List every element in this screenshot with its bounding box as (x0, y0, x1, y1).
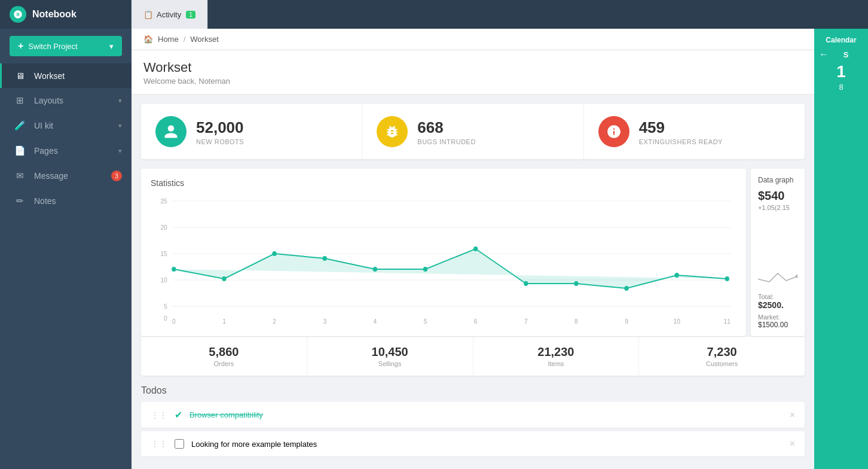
stat-label-bugs: BUGS INTRUDED (417, 138, 476, 145)
sellings-label: Sellings (317, 360, 463, 367)
svg-text:10: 10 (160, 276, 167, 284)
main-layout: + Switch Project ▾ 🖥 Workset ⊞ Layouts ▾… (0, 29, 868, 469)
svg-text:4: 4 (374, 318, 377, 325)
breadcrumb-current: Workset (190, 35, 218, 44)
statistics-section: Statistics 25 20 15 10 5 (141, 169, 805, 336)
customers-label: Customers (649, 360, 795, 367)
svg-point-36 (796, 275, 797, 278)
robots-icon (155, 116, 187, 147)
items-value: 21,230 (483, 345, 629, 359)
svg-text:6: 6 (474, 318, 478, 325)
tab-activity-label: Activity (157, 10, 181, 19)
drag-handle-icon[interactable]: ⋮⋮ (151, 410, 167, 420)
calendar-date: 1 (836, 62, 846, 81)
layouts-arrow-icon: ▾ (118, 97, 122, 105)
svg-text:1: 1 (222, 318, 226, 325)
uikit-arrow-icon: ▾ (118, 122, 122, 130)
page-title: Workset (143, 60, 802, 75)
app-logo: Notebook (0, 0, 132, 29)
data-graph-total-label: Total: (758, 293, 797, 300)
page-header: Workset Welcome back, Noteman (132, 50, 814, 95)
drag-handle-icon-1[interactable]: ⋮⋮ (151, 439, 167, 449)
svg-text:10: 10 (673, 318, 680, 325)
sidebar-item-pages[interactable]: 📄 Pages ▾ (0, 138, 132, 163)
data-graph-value: $540 (758, 189, 797, 203)
stat-info-extinguishers: 459 EXTINGUISHERS READY (639, 118, 723, 145)
svg-marker-11 (174, 249, 727, 288)
page-subtitle: Welcome back, Noteman (143, 77, 802, 86)
calendar-month: S (843, 50, 849, 59)
message-badge: 3 (111, 170, 122, 181)
sidebar-item-pages-label: Pages (34, 146, 118, 156)
breadcrumb-separator: / (184, 35, 186, 44)
sidebar-item-workset[interactable]: 🖥 Workset (0, 63, 132, 88)
todo-item-0: ⋮⋮ ✔ Browser compatibility × (141, 402, 805, 428)
sidebar-item-notes[interactable]: ✏ Notes (0, 188, 132, 214)
svg-text:2: 2 (273, 318, 276, 325)
orders-label: Orders (151, 360, 297, 367)
todos-section: Todos ⋮⋮ ✔ Browser compatibility × ⋮⋮ Lo… (141, 385, 805, 456)
chevron-down-icon: ▾ (109, 42, 114, 51)
sidebar-nav: 🖥 Workset ⊞ Layouts ▾ 🧪 UI kit ▾ 📄 Pages… (0, 63, 132, 469)
stat-label-extinguishers: EXTINGUISHERS READY (639, 138, 723, 145)
todo-item-1: ⋮⋮ Looking for more example templates × (141, 431, 805, 456)
sidebar-item-layouts-label: Layouts (34, 96, 118, 105)
message-icon: ✉ (11, 170, 28, 181)
calendar-badge: 8 (839, 83, 843, 92)
content-area: 🏠 Home / Workset Workset Welcome back, N… (132, 29, 814, 469)
breadcrumb-home[interactable]: Home (158, 35, 179, 44)
switch-project-button[interactable]: + Switch Project ▾ (10, 36, 122, 56)
stat-card-robots: 52,000 NEW ROBOTS (141, 104, 362, 159)
svg-point-20 (574, 281, 578, 286)
svg-point-22 (674, 273, 678, 278)
bottom-stats: 5,860 Orders 10,450 Sellings 21,230 Item… (141, 336, 805, 376)
todo-close-icon-1[interactable]: × (790, 438, 795, 449)
stat-card-bugs: 668 BUGS INTRUDED (362, 104, 583, 159)
svg-text:5: 5 (164, 303, 167, 310)
tab-activity-badge: 1 (186, 11, 195, 19)
home-icon: 🏠 (143, 35, 153, 44)
plus-icon: + (18, 41, 23, 51)
svg-point-21 (624, 286, 628, 291)
svg-text:3: 3 (323, 318, 326, 325)
notes-icon: ✏ (11, 196, 28, 206)
sidebar-item-message[interactable]: ✉ Message 3 (0, 163, 132, 188)
sidebar-item-uikit-label: UI kit (34, 121, 118, 130)
svg-text:7: 7 (524, 318, 528, 325)
topbar-tabs: 📋 Activity 1 (132, 0, 208, 29)
data-graph-panel: Data graph $540 +1.05(2.15 Total: $2500.… (751, 169, 805, 336)
calendar-panel: Calendar ← S 1 8 (814, 29, 868, 469)
stat-card-extinguishers: 459 EXTINGUISHERS READY (584, 104, 805, 159)
todo-checkbox-1[interactable] (175, 439, 184, 449)
svg-text:15: 15 (160, 250, 167, 257)
data-graph-market-label: Market: (758, 313, 797, 321)
activity-icon: 📋 (143, 10, 153, 19)
tab-activity[interactable]: 📋 Activity 1 (132, 0, 208, 29)
todo-checked-icon[interactable]: ✔ (175, 409, 182, 421)
data-graph-market-value: $1500.00 (758, 321, 797, 329)
svg-text:25: 25 (160, 197, 167, 205)
stat-info-robots: 52,000 NEW ROBOTS (196, 118, 244, 145)
layouts-icon: ⊞ (11, 95, 28, 106)
svg-text:0: 0 (172, 318, 176, 325)
bottom-stat-items: 21,230 Items (473, 337, 640, 376)
svg-point-13 (222, 276, 226, 281)
pages-icon: 📄 (11, 145, 28, 156)
data-graph-title: Data graph (758, 176, 797, 184)
sidebar-item-layouts[interactable]: ⊞ Layouts ▾ (0, 88, 132, 113)
svg-text:8: 8 (574, 318, 578, 325)
todos-title: Todos (141, 385, 805, 396)
pages-arrow-icon: ▾ (118, 147, 122, 155)
svg-point-16 (373, 267, 377, 272)
customers-value: 7,230 (649, 345, 795, 359)
sidebar-item-uikit[interactable]: 🧪 UI kit ▾ (0, 113, 132, 138)
topbar: Notebook 📋 Activity 1 (0, 0, 868, 29)
todo-close-icon-0[interactable]: × (790, 410, 795, 421)
sidebar-item-message-label: Message (34, 171, 111, 181)
todo-text-1: Looking for more example templates (191, 440, 783, 449)
svg-text:5: 5 (424, 318, 427, 325)
calendar-prev-icon[interactable]: ← (819, 49, 829, 60)
calendar-title: Calendar (826, 36, 856, 44)
statistics-chart: 25 20 15 10 5 0 (151, 195, 736, 327)
svg-point-17 (423, 267, 427, 272)
